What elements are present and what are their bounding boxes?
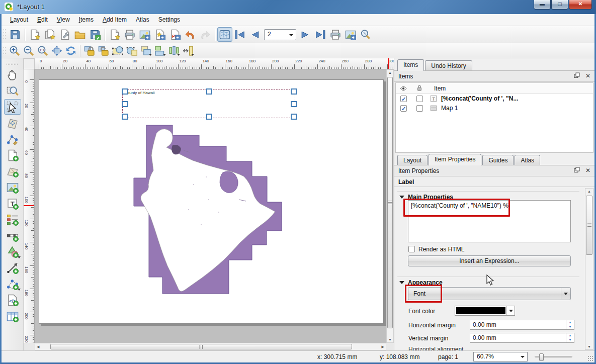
label-item[interactable]: County of Hawaii bbox=[122, 89, 295, 118]
selection-handle[interactable] bbox=[291, 114, 297, 120]
scroll-up-arrow[interactable]: ▲ bbox=[387, 71, 393, 74]
maximize-button[interactable]: ▢ bbox=[551, 0, 568, 10]
pan-layout-tool[interactable] bbox=[4, 67, 21, 82]
first-feature-button[interactable] bbox=[232, 27, 247, 42]
selection-handle[interactable] bbox=[122, 88, 128, 95]
distribute-items-menu-button[interactable] bbox=[167, 44, 181, 57]
selection-handle[interactable] bbox=[291, 101, 297, 107]
spin-arrows-icon[interactable]: ▲▼ bbox=[566, 333, 574, 342]
add-items-from-template-button[interactable] bbox=[107, 27, 122, 42]
lock-selected-items-button[interactable] bbox=[82, 44, 97, 57]
properties-scroll-thumb[interactable] bbox=[586, 196, 592, 255]
redo-button[interactable] bbox=[198, 27, 213, 42]
render-as-html-row[interactable]: Render as HTML bbox=[408, 246, 464, 253]
undo-button[interactable] bbox=[183, 27, 198, 42]
add-picture-tool[interactable] bbox=[4, 179, 21, 195]
add-arrow-tool[interactable] bbox=[4, 260, 21, 276]
add-shape-tool[interactable] bbox=[4, 244, 21, 259]
menu-edit[interactable]: Edit bbox=[33, 14, 52, 25]
lock-checkbox[interactable] bbox=[416, 105, 423, 112]
selection-handle[interactable] bbox=[206, 88, 212, 95]
add-html-tool[interactable]: </> bbox=[4, 292, 21, 308]
items-list-row[interactable]: ✓Map 1 bbox=[396, 104, 593, 113]
insert-expression-button[interactable]: Insert an Expression... bbox=[408, 255, 571, 266]
zoom-actual-button[interactable]: 1:1 bbox=[36, 44, 50, 57]
selection-handle[interactable] bbox=[122, 114, 128, 120]
export-as-image-button[interactable] bbox=[137, 27, 152, 42]
tab-items[interactable]: Items bbox=[397, 59, 424, 71]
tab-undo-history[interactable]: Undo History bbox=[425, 60, 472, 71]
close-panel-icon[interactable]: ✕ bbox=[584, 72, 591, 79]
font-button[interactable]: Font bbox=[408, 287, 571, 300]
selection-handle[interactable] bbox=[122, 101, 128, 107]
main-properties-header[interactable]: Main Properties bbox=[397, 192, 579, 201]
float-panel-icon[interactable] bbox=[573, 167, 580, 174]
scroll-left-arrow[interactable]: ◀ bbox=[37, 345, 39, 349]
close-panel-icon[interactable]: ✕ bbox=[584, 167, 591, 174]
menu-view[interactable]: View bbox=[52, 14, 74, 25]
atlas-settings-button[interactable] bbox=[358, 27, 373, 42]
next-feature-button[interactable] bbox=[298, 27, 313, 42]
items-list-row[interactable]: ✓T[%concat('County of ', "N... bbox=[396, 94, 593, 104]
add-scalebar-tool[interactable] bbox=[4, 228, 21, 243]
font-color-dropdown-arrow[interactable] bbox=[506, 306, 515, 315]
menu-items[interactable]: Items bbox=[74, 14, 98, 25]
align-items-menu-button[interactable] bbox=[153, 44, 167, 57]
minimize-button[interactable]: ▬ bbox=[534, 0, 551, 10]
spin-arrows-icon[interactable]: ▲▼ bbox=[566, 320, 574, 329]
export-as-svg-button[interactable] bbox=[152, 27, 167, 42]
window-resize-grip[interactable] bbox=[587, 355, 593, 361]
zoom-slider[interactable] bbox=[535, 356, 572, 357]
scroll-up-arrow[interactable]: ▲ bbox=[585, 190, 593, 193]
canvas-horizontal-scrollbar[interactable]: ◀ ▶ bbox=[35, 343, 386, 350]
font-dropdown-arrow[interactable] bbox=[561, 288, 570, 299]
render-as-html-checkbox[interactable] bbox=[408, 246, 415, 252]
canvas-vertical-scrollbar[interactable]: ▲ ▼ bbox=[386, 69, 394, 343]
raise-items-menu-button[interactable] bbox=[139, 44, 153, 57]
menu-layout[interactable]: Layout bbox=[6, 14, 33, 25]
selection-handle[interactable] bbox=[291, 88, 297, 95]
scroll-down-arrow[interactable]: ▼ bbox=[387, 338, 393, 341]
add-node-item-tool[interactable] bbox=[4, 276, 21, 292]
vertical-scroll-thumb[interactable] bbox=[387, 77, 393, 328]
duplicate-layout-button[interactable] bbox=[42, 27, 57, 42]
ungroup-items-button[interactable] bbox=[125, 44, 139, 57]
zoom-tool-tool[interactable] bbox=[4, 83, 21, 99]
map-item-hawaii[interactable] bbox=[133, 124, 299, 298]
add-attribute-table-tool[interactable] bbox=[4, 308, 21, 324]
zoom-in-button[interactable] bbox=[8, 44, 22, 57]
previous-feature-button[interactable] bbox=[247, 27, 263, 42]
atlas-feature-combo[interactable]: 2 bbox=[264, 29, 296, 40]
new-layout-button[interactable] bbox=[27, 27, 42, 42]
horizontal-margin-spinbox[interactable]: 0.00 mm ▲▼ bbox=[470, 320, 574, 330]
refresh-view-button[interactable] bbox=[64, 44, 78, 57]
vertical-margin-spinbox[interactable]: 0.00 mm ▲▼ bbox=[470, 333, 574, 343]
edit-nodes-item-tool[interactable] bbox=[4, 131, 21, 147]
zoom-slider-knob[interactable] bbox=[539, 353, 544, 361]
save-as-template-button[interactable] bbox=[88, 27, 103, 42]
print-atlas-button[interactable] bbox=[328, 27, 343, 42]
zoom-full-button[interactable] bbox=[50, 44, 64, 57]
scroll-right-arrow[interactable]: ▶ bbox=[382, 345, 384, 349]
zoom-level-combobox[interactable]: 60.7% bbox=[473, 352, 528, 361]
layout-canvas[interactable]: County of Hawaii bbox=[35, 69, 386, 343]
save-project-button[interactable] bbox=[8, 27, 23, 42]
unlock-all-items-button[interactable] bbox=[97, 44, 111, 57]
zoom-out-button[interactable] bbox=[22, 44, 36, 57]
group-items-button[interactable] bbox=[111, 44, 125, 57]
preview-atlas-button[interactable] bbox=[217, 27, 232, 42]
combo-dropdown-arrow[interactable] bbox=[289, 34, 293, 36]
select-move-item-tool[interactable] bbox=[4, 99, 21, 115]
tab-atlas[interactable]: Atlas bbox=[515, 155, 540, 165]
export-as-pdf-button[interactable]: PDF bbox=[167, 27, 183, 42]
add-page-tool[interactable] bbox=[4, 147, 21, 163]
menu-add-item[interactable]: Add Item bbox=[98, 14, 131, 25]
tab-guides[interactable]: Guides bbox=[482, 155, 514, 165]
properties-scrollbar[interactable]: ▲ ▼ bbox=[585, 188, 593, 350]
scroll-down-arrow[interactable]: ▼ bbox=[585, 345, 593, 348]
font-color-button[interactable] bbox=[455, 306, 515, 316]
last-feature-button[interactable] bbox=[313, 27, 328, 42]
tab-layout[interactable]: Layout bbox=[397, 155, 428, 165]
add-legend-tool[interactable] bbox=[4, 212, 21, 227]
close-button[interactable]: ✕ bbox=[569, 0, 592, 10]
